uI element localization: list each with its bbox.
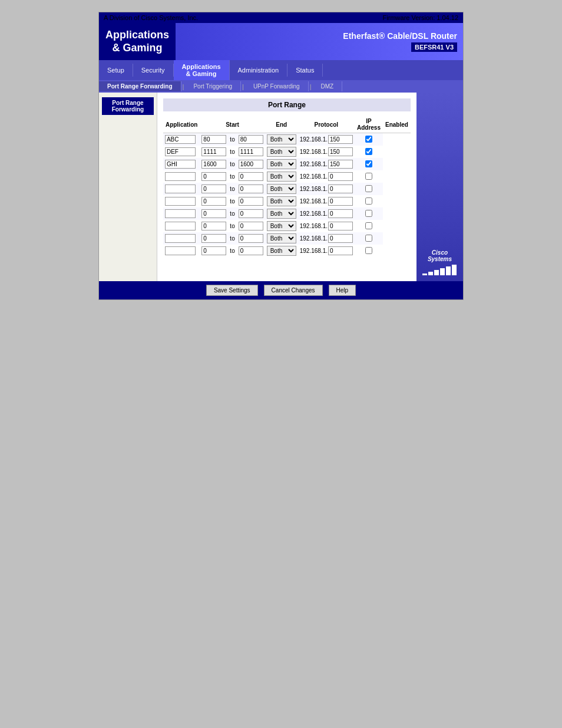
subnav-dmz[interactable]: DMZ xyxy=(312,81,342,91)
ip-last-octet-input[interactable] xyxy=(328,172,353,181)
end-port-input[interactable] xyxy=(239,234,263,243)
start-port-input[interactable] xyxy=(201,197,226,206)
enabled-checkbox[interactable] xyxy=(365,197,372,205)
ip-last-octet-input[interactable] xyxy=(328,234,353,243)
ip-prefix: 192.168.1. xyxy=(300,210,328,217)
col-header-application: Application xyxy=(163,116,200,133)
end-port-input[interactable] xyxy=(239,147,263,156)
ip-last-octet-input[interactable] xyxy=(328,135,353,144)
ip-prefix: 192.168.1. xyxy=(300,149,328,155)
end-port-input[interactable] xyxy=(239,135,263,144)
tab-administration[interactable]: Administration xyxy=(230,64,288,77)
enabled-checkbox[interactable] xyxy=(365,160,372,167)
end-port-input[interactable] xyxy=(239,185,263,193)
cisco-name: Cisco Systems xyxy=(422,249,457,262)
table-row: toBothTCPUDP192.168.1. xyxy=(163,195,411,207)
subnav-upnp-forwarding[interactable]: UPnP Forwarding xyxy=(245,81,309,91)
application-input[interactable] xyxy=(165,147,196,156)
tab-applications-gaming[interactable]: Applications& Gaming xyxy=(174,60,230,80)
application-input[interactable] xyxy=(165,135,196,144)
ip-prefix: 192.168.1. xyxy=(300,186,328,192)
table-row: toBothTCPUDP192.168.1. xyxy=(163,170,411,183)
protocol-select[interactable]: BothTCPUDP xyxy=(267,184,296,194)
ip-last-octet-input[interactable] xyxy=(328,160,353,169)
enabled-checkbox[interactable] xyxy=(365,148,372,155)
protocol-select[interactable]: BothTCPUDP xyxy=(267,196,296,206)
start-port-input[interactable] xyxy=(201,147,226,156)
cancel-changes-button[interactable]: Cancel Changes xyxy=(264,285,323,296)
start-port-input[interactable] xyxy=(201,234,226,243)
ip-last-octet-input[interactable] xyxy=(328,197,353,206)
end-port-input[interactable] xyxy=(239,209,263,218)
protocol-select[interactable]: BothTCPUDP xyxy=(267,221,296,231)
header: Applications& Gaming Etherfast® Cable/DS… xyxy=(99,23,463,60)
enabled-checkbox[interactable] xyxy=(365,247,372,254)
to-label: to xyxy=(228,232,236,245)
table-row: toBothTCPUDP192.168.1. xyxy=(163,232,411,245)
start-port-input[interactable] xyxy=(201,135,226,144)
ip-prefix: 192.168.1. xyxy=(300,198,328,205)
enabled-checkbox[interactable] xyxy=(365,136,372,143)
enabled-checkbox[interactable] xyxy=(365,185,372,192)
start-port-input[interactable] xyxy=(201,246,226,255)
application-input[interactable] xyxy=(165,222,196,230)
to-label: to xyxy=(228,146,236,158)
tab-status[interactable]: Status xyxy=(287,64,323,77)
header-title-area: Etherfast® Cable/DSL Router BEFSR41 V3 xyxy=(176,23,463,60)
subnav-port-range-forwarding[interactable]: Port Range Forwarding xyxy=(99,81,181,91)
start-port-input[interactable] xyxy=(201,185,226,193)
end-port-input[interactable] xyxy=(239,222,263,230)
enabled-checkbox[interactable] xyxy=(365,235,372,242)
ip-last-octet-input[interactable] xyxy=(328,147,353,156)
sub-nav-sep-3: | xyxy=(309,83,313,90)
application-input[interactable] xyxy=(165,197,196,206)
cisco-bars xyxy=(422,265,457,275)
subnav-port-triggering[interactable]: Port Triggering xyxy=(185,81,241,91)
protocol-select[interactable]: BothTCPUDP xyxy=(267,209,296,219)
ip-prefix: 192.168.1. xyxy=(300,223,328,229)
enabled-checkbox[interactable] xyxy=(365,222,372,229)
protocol-select[interactable]: BothTCPUDP xyxy=(267,233,296,243)
protocol-select[interactable]: BothTCPUDP xyxy=(267,246,296,256)
protocol-select[interactable]: BothTCPUDP xyxy=(267,134,296,144)
application-input[interactable] xyxy=(165,234,196,243)
tab-security[interactable]: Security xyxy=(133,64,174,77)
ip-last-octet-input[interactable] xyxy=(328,246,353,255)
ip-last-octet-input[interactable] xyxy=(328,222,353,230)
start-port-input[interactable] xyxy=(201,222,226,230)
ip-last-octet-input[interactable] xyxy=(328,209,353,218)
enabled-checkbox[interactable] xyxy=(365,173,372,180)
application-input[interactable] xyxy=(165,160,196,169)
section-title: Port Range xyxy=(163,98,411,111)
ip-prefix: 192.168.1. xyxy=(300,161,328,167)
end-port-input[interactable] xyxy=(239,160,263,169)
table-row: toBothTCPUDP192.168.1. xyxy=(163,245,411,257)
help-button[interactable]: Help xyxy=(329,285,356,296)
start-port-input[interactable] xyxy=(201,209,226,218)
start-port-input[interactable] xyxy=(201,172,226,181)
application-input[interactable] xyxy=(165,246,196,255)
start-port-input[interactable] xyxy=(201,160,226,169)
ip-last-octet-input[interactable] xyxy=(328,185,353,193)
save-settings-button[interactable]: Save Settings xyxy=(206,285,258,296)
sidebar-label: Port Range Forwarding xyxy=(102,97,154,115)
end-port-input[interactable] xyxy=(239,172,263,181)
application-input[interactable] xyxy=(165,209,196,218)
application-input[interactable] xyxy=(165,172,196,181)
protocol-select[interactable]: BothTCPUDP xyxy=(267,147,296,157)
top-bar: A Division of Cisco Systems, Inc. Firmwa… xyxy=(99,12,463,23)
model-number: BEFSR41 V3 xyxy=(411,42,457,52)
enabled-checkbox[interactable] xyxy=(365,210,372,217)
to-label: to xyxy=(228,183,236,195)
col-header-ip: IP Address xyxy=(355,116,383,133)
to-label: to xyxy=(228,207,236,220)
protocol-select[interactable]: BothTCPUDP xyxy=(267,159,296,169)
table-row: toBothTCPUDP192.168.1. xyxy=(163,207,411,220)
application-input[interactable] xyxy=(165,185,196,193)
end-port-input[interactable] xyxy=(239,197,263,206)
end-port-input[interactable] xyxy=(239,246,263,255)
tab-setup[interactable]: Setup xyxy=(99,64,133,77)
app-logo: Applications& Gaming xyxy=(99,23,176,60)
to-label: to xyxy=(228,220,236,232)
protocol-select[interactable]: BothTCPUDP xyxy=(267,172,296,182)
